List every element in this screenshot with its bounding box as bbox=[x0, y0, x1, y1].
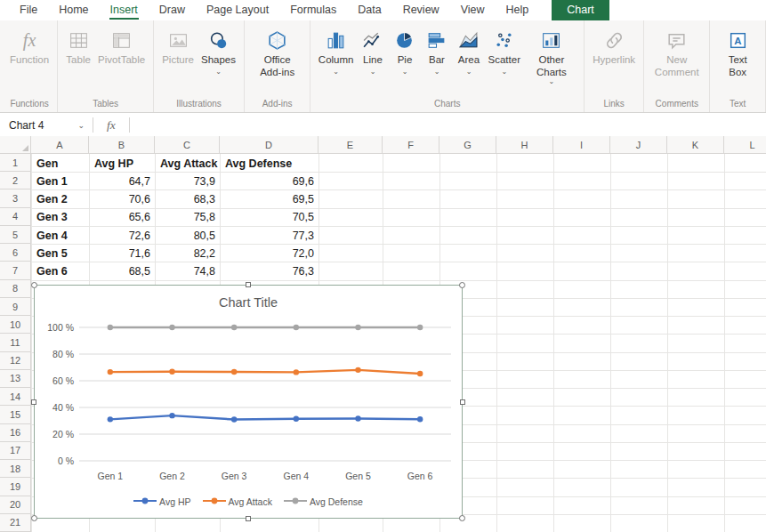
chart-title[interactable]: Chart Title bbox=[35, 295, 462, 310]
scatter-button[interactable]: Scatter⌄ bbox=[485, 26, 524, 77]
column-header-H[interactable]: H bbox=[496, 136, 553, 154]
row-header-19[interactable]: 19 bbox=[0, 478, 31, 496]
hyperlink-button[interactable]: Hyperlink bbox=[589, 26, 639, 69]
row-header-7[interactable]: 7 bbox=[0, 262, 31, 279]
row-header-13[interactable]: 13 bbox=[0, 370, 31, 388]
row-header-1[interactable]: 1 bbox=[0, 154, 31, 172]
row-header-3[interactable]: 3 bbox=[0, 189, 31, 207]
line-button[interactable]: Line⌄ bbox=[357, 26, 389, 77]
column-button[interactable]: Column⌄ bbox=[315, 26, 357, 77]
chevron-down-icon[interactable]: ⌄ bbox=[77, 121, 93, 130]
cell-C4[interactable]: 75,8 bbox=[156, 209, 220, 226]
cell-A3[interactable]: Gen 2 bbox=[32, 190, 89, 207]
tab-chart[interactable]: Chart bbox=[552, 0, 609, 20]
tab-home[interactable]: Home bbox=[48, 0, 99, 20]
tab-review[interactable]: Review bbox=[392, 0, 450, 20]
row-header-16[interactable]: 16 bbox=[0, 424, 31, 442]
column-header-B[interactable]: B bbox=[89, 136, 155, 154]
cell-A7[interactable]: Gen 6 bbox=[32, 262, 89, 279]
row-header-10[interactable]: 10 bbox=[0, 316, 31, 334]
cell-D5[interactable]: 77,3 bbox=[221, 227, 318, 244]
tab-file[interactable]: File bbox=[9, 0, 48, 20]
column-header-C[interactable]: C bbox=[155, 136, 220, 154]
chart-resize-handle-e[interactable] bbox=[460, 399, 465, 405]
column-header-A[interactable]: A bbox=[31, 136, 89, 154]
bar-button[interactable]: Bar⌄ bbox=[421, 26, 453, 77]
shapes-button[interactable]: Shapes⌄ bbox=[198, 26, 239, 77]
cell-D3[interactable]: 69,5 bbox=[221, 190, 318, 207]
cell-A6[interactable]: Gen 5 bbox=[32, 245, 89, 262]
cell-C7[interactable]: 74,8 bbox=[156, 262, 220, 279]
cell-C2[interactable]: 73,9 bbox=[156, 173, 220, 189]
column-header-L[interactable]: L bbox=[724, 136, 766, 154]
office-add-ins-button[interactable]: Office Add-ins bbox=[249, 26, 305, 80]
table-button[interactable]: Table bbox=[62, 26, 94, 69]
column-header-I[interactable]: I bbox=[553, 136, 610, 154]
column-header-D[interactable]: D bbox=[220, 136, 318, 154]
tab-formulas[interactable]: Formulas bbox=[279, 0, 347, 20]
row-header-12[interactable]: 12 bbox=[0, 352, 31, 370]
cell-A1[interactable]: Gen bbox=[32, 155, 89, 172]
embedded-chart[interactable]: Chart Title 0 %20 %40 %60 %80 %100 %Gen … bbox=[34, 285, 463, 519]
row-header-8[interactable]: 8 bbox=[0, 280, 31, 298]
select-all-corner[interactable] bbox=[0, 136, 31, 154]
cell-D1[interactable]: Avg Defense bbox=[221, 155, 318, 172]
other-charts-button[interactable]: Other Charts⌄ bbox=[524, 26, 580, 87]
picture-button[interactable]: Picture bbox=[158, 26, 198, 69]
text-box-button[interactable]: AText Box bbox=[714, 26, 761, 80]
row-header-20[interactable]: 20 bbox=[0, 496, 31, 514]
chart-resize-handle-n[interactable] bbox=[246, 282, 251, 287]
tab-page-layout[interactable]: Page Layout bbox=[196, 0, 279, 20]
tab-insert[interactable]: Insert bbox=[100, 0, 149, 20]
tab-view[interactable]: View bbox=[450, 0, 496, 20]
function-button[interactable]: fxFunction bbox=[6, 26, 52, 69]
chart-resize-handle-w[interactable] bbox=[31, 399, 36, 405]
cell-B4[interactable]: 65,6 bbox=[90, 209, 155, 226]
row-header-2[interactable]: 2 bbox=[0, 172, 31, 189]
column-header-J[interactable]: J bbox=[610, 136, 667, 154]
cell-B6[interactable]: 71,6 bbox=[90, 245, 155, 262]
cell-D2[interactable]: 69,6 bbox=[221, 173, 318, 189]
cell-B7[interactable]: 68,5 bbox=[90, 262, 155, 279]
cell-B5[interactable]: 72,6 bbox=[90, 227, 155, 244]
cell-C6[interactable]: 82,2 bbox=[156, 245, 220, 262]
legend-item-avg-hp[interactable]: Avg HP bbox=[133, 496, 190, 507]
row-header-18[interactable]: 18 bbox=[0, 460, 31, 478]
row-header-11[interactable]: 11 bbox=[0, 334, 31, 351]
legend-item-avg-attack[interactable]: Avg Attack bbox=[203, 496, 272, 507]
tab-help[interactable]: Help bbox=[496, 0, 540, 20]
row-header-14[interactable]: 14 bbox=[0, 388, 31, 406]
chart-resize-handle-se[interactable] bbox=[459, 515, 465, 521]
chart-resize-handle-s[interactable] bbox=[246, 516, 251, 521]
area-button[interactable]: Area⌄ bbox=[453, 26, 485, 77]
cell-B2[interactable]: 64,7 bbox=[90, 173, 155, 189]
tab-data[interactable]: Data bbox=[347, 0, 391, 20]
tab-draw[interactable]: Draw bbox=[149, 0, 196, 20]
row-header-17[interactable]: 17 bbox=[0, 442, 31, 460]
column-header-F[interactable]: F bbox=[383, 136, 439, 154]
cell-A5[interactable]: Gen 4 bbox=[32, 227, 89, 244]
formula-input[interactable] bbox=[130, 113, 766, 137]
row-header-5[interactable]: 5 bbox=[0, 226, 31, 244]
new-comment-button[interactable]: New Comment bbox=[649, 26, 705, 80]
cell-C5[interactable]: 80,5 bbox=[156, 227, 220, 244]
chart-resize-handle-nw[interactable] bbox=[31, 282, 37, 288]
cell-A4[interactable]: Gen 3 bbox=[32, 209, 89, 226]
pie-button[interactable]: Pie⌄ bbox=[389, 26, 421, 77]
chart-resize-handle-sw[interactable] bbox=[31, 515, 37, 521]
column-header-G[interactable]: G bbox=[439, 136, 496, 154]
cell-D6[interactable]: 72,0 bbox=[221, 245, 318, 262]
name-box[interactable]: Chart 4 ⌄ bbox=[0, 113, 93, 137]
row-header-9[interactable]: 9 bbox=[0, 298, 31, 316]
legend-item-avg-defense[interactable]: Avg Defense bbox=[284, 496, 363, 507]
row-header-15[interactable]: 15 bbox=[0, 406, 31, 423]
cell-D4[interactable]: 70,5 bbox=[221, 209, 318, 226]
cell-C1[interactable]: Avg Attack bbox=[156, 155, 220, 172]
chart-resize-handle-ne[interactable] bbox=[459, 282, 465, 288]
cell-B1[interactable]: Avg HP bbox=[90, 155, 155, 172]
cell-A2[interactable]: Gen 1 bbox=[32, 173, 89, 189]
column-header-K[interactable]: K bbox=[667, 136, 724, 154]
cell-B3[interactable]: 70,6 bbox=[90, 190, 155, 207]
row-header-6[interactable]: 6 bbox=[0, 244, 31, 262]
cell-D7[interactable]: 76,3 bbox=[221, 262, 318, 279]
